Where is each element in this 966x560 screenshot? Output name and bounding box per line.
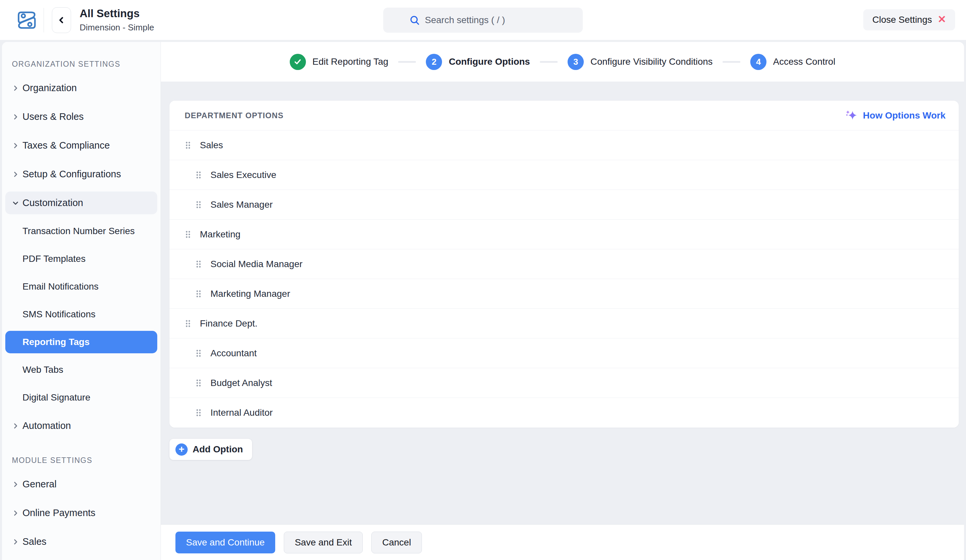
step-edit-reporting-tag[interactable]: Edit Reporting Tag	[290, 54, 389, 70]
sidebar-item-label: Users & Roles	[23, 111, 84, 122]
top-bar: All Settings Dimension - Simple Close Se…	[0, 0, 966, 40]
sidebar-item-transaction-number-series[interactable]: Transaction Number Series	[2, 217, 161, 245]
search-input[interactable]	[425, 15, 557, 25]
sidebar-item-setup-configurations[interactable]: Setup & Configurations	[2, 160, 161, 188]
books-logo[interactable]	[15, 8, 38, 32]
sidebar-item-online-payments[interactable]: Online Payments	[2, 499, 161, 527]
drag-handle-icon[interactable]	[196, 171, 201, 179]
cancel-button[interactable]: Cancel	[371, 532, 422, 553]
drag-handle-icon[interactable]	[196, 349, 201, 357]
drag-handle-icon[interactable]	[196, 260, 201, 268]
sidebar-item-sales[interactable]: Sales	[2, 527, 161, 556]
sidebar-item-reporting-tags[interactable]: Reporting Tags	[2, 328, 161, 356]
drag-handle-icon[interactable]	[185, 141, 191, 149]
step-number-text: 2	[432, 57, 436, 67]
step-label: Edit Reporting Tag	[312, 56, 389, 67]
step-label: Configure Visibility Conditions	[590, 56, 713, 67]
sidebar-item-label: SMS Notifications	[23, 309, 95, 319]
option-label: Sales Executive	[210, 170, 276, 180]
sidebar-item-label: Sales	[23, 536, 47, 547]
work-area: DEPARTMENT OPTIONS How Options Work Sale…	[161, 82, 964, 524]
step-configure-options[interactable]: 2Configure Options	[426, 54, 530, 70]
header-divider	[44, 8, 44, 32]
title-block: All Settings Dimension - Simple	[80, 7, 154, 33]
step-number-text: 4	[756, 57, 761, 67]
drag-handle-icon[interactable]	[185, 231, 191, 238]
option-row[interactable]: Marketing	[169, 219, 959, 249]
sidebar-item-customization[interactable]: Customization	[2, 188, 161, 217]
sidebar-item-label: PDF Templates	[23, 254, 85, 264]
sidebar: ORGANIZATION SETTINGSOrganizationUsers &…	[2, 42, 161, 560]
add-option-label: Add Option	[192, 444, 243, 455]
step-label: Access Control	[773, 56, 835, 67]
step-configure-visibility-conditions[interactable]: 3Configure Visibility Conditions	[568, 54, 713, 70]
option-row[interactable]: Social Media Manager	[169, 249, 959, 279]
chevron-right-icon	[12, 509, 19, 517]
add-option-button[interactable]: + Add Option	[169, 439, 252, 460]
drag-handle-icon[interactable]	[196, 409, 201, 417]
step-number: 3	[568, 54, 584, 70]
sidebar-item-email-notifications[interactable]: Email Notifications	[2, 273, 161, 300]
option-label: Internal Auditor	[210, 408, 273, 418]
how-options-work-link[interactable]: How Options Work	[845, 109, 946, 122]
sidebar-item-users-roles[interactable]: Users & Roles	[2, 102, 161, 131]
check-icon	[290, 54, 306, 70]
chevron-right-icon	[12, 142, 19, 149]
chevron-right-icon	[12, 171, 19, 178]
sidebar-item-label: Setup & Configurations	[23, 169, 121, 180]
sidebar-item-label: Reporting Tags	[23, 337, 90, 347]
option-label: Sales Manager	[210, 200, 273, 210]
card-title: DEPARTMENT OPTIONS	[185, 111, 283, 120]
drag-handle-icon[interactable]	[196, 379, 201, 387]
drag-handle-icon[interactable]	[196, 201, 201, 209]
sidebar-item-label: Automation	[23, 420, 71, 431]
sidebar-item-label: Organization	[23, 83, 77, 93]
drag-handle-icon[interactable]	[185, 319, 191, 327]
sidebar-item-web-tabs[interactable]: Web Tabs	[2, 356, 161, 384]
sidebar-item-digital-signature[interactable]: Digital Signature	[2, 384, 161, 411]
option-row[interactable]: Accountant	[169, 339, 959, 368]
search-box[interactable]	[383, 8, 583, 33]
step-access-control[interactable]: 4Access Control	[750, 54, 835, 70]
page-title: All Settings	[80, 7, 154, 20]
option-row[interactable]: Marketing Manager	[169, 279, 959, 309]
sidebar-item-automation[interactable]: Automation	[2, 411, 161, 440]
back-button[interactable]	[52, 7, 71, 33]
save-and-exit-button[interactable]: Save and Exit	[284, 532, 363, 553]
how-options-work-label: How Options Work	[863, 110, 946, 121]
sidebar-item-taxes-compliance[interactable]: Taxes & Compliance	[2, 131, 161, 160]
sidebar-item-general[interactable]: General	[2, 470, 161, 499]
options-card: DEPARTMENT OPTIONS How Options Work Sale…	[169, 101, 959, 427]
option-label: Budget Analyst	[210, 378, 272, 388]
option-label: Social Media Manager	[210, 259, 302, 269]
sidebar-section-heading: MODULE SETTINGS	[12, 455, 161, 465]
sidebar-item-label: Digital Signature	[23, 392, 90, 403]
sidebar-item-purchases[interactable]: Purchases	[2, 556, 161, 560]
sidebar-item-label: Online Payments	[23, 508, 95, 518]
sidebar-item-sms-notifications[interactable]: SMS Notifications	[2, 300, 161, 328]
option-row[interactable]: Sales	[169, 131, 959, 160]
sidebar-item-label: Web Tabs	[23, 365, 63, 375]
search-icon	[409, 15, 420, 26]
option-row[interactable]: Budget Analyst	[169, 368, 959, 398]
option-row[interactable]: Sales Executive	[169, 160, 959, 190]
close-settings-button[interactable]: Close Settings ✕	[863, 9, 955, 30]
sidebar-item-pdf-templates[interactable]: PDF Templates	[2, 245, 161, 273]
sidebar-item-label: Transaction Number Series	[23, 226, 135, 236]
drag-handle-icon[interactable]	[196, 290, 201, 298]
chevron-down-icon	[12, 200, 19, 207]
sidebar-item-organization[interactable]: Organization	[2, 74, 161, 102]
option-label: Sales	[200, 140, 223, 151]
chevron-right-icon	[12, 113, 19, 121]
option-label: Marketing	[200, 229, 240, 240]
step-connector	[540, 61, 558, 63]
option-row[interactable]: Internal Auditor	[169, 398, 959, 427]
save-and-continue-button[interactable]: Save and Continue	[176, 532, 275, 553]
sidebar-section-heading: ORGANIZATION SETTINGS	[12, 59, 161, 69]
plus-icon: +	[176, 444, 188, 456]
close-settings-label: Close Settings	[872, 15, 932, 25]
option-row[interactable]: Finance Dept.	[169, 309, 959, 339]
option-row[interactable]: Sales Manager	[169, 190, 959, 219]
chevron-right-icon	[12, 538, 19, 545]
step-connector	[398, 61, 416, 63]
